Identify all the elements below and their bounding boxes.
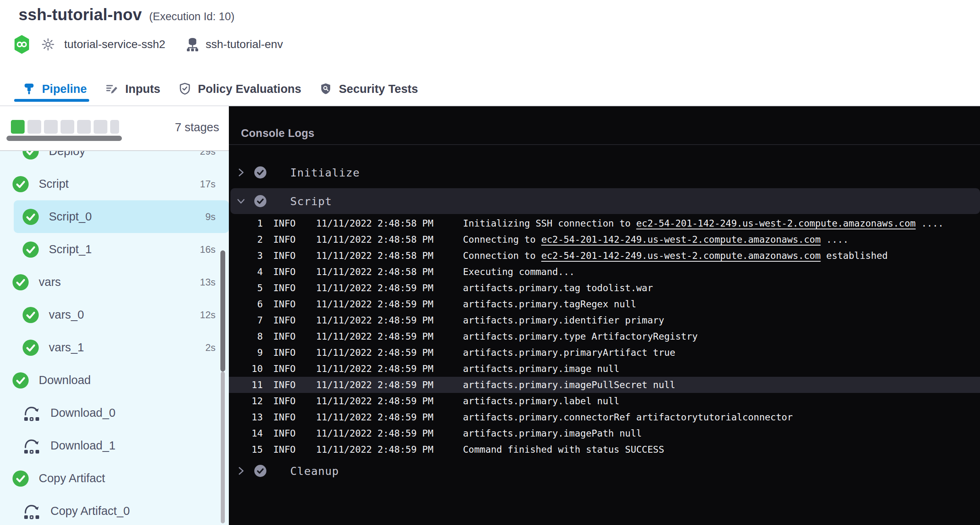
- horizontal-scrollbar[interactable]: [6, 136, 122, 141]
- log-level: INFO: [273, 218, 297, 229]
- stage-row-script-1[interactable]: Script_116s: [0, 233, 229, 266]
- log-level: INFO: [273, 380, 297, 390]
- progress-square: [110, 120, 119, 134]
- log-message: Executing command...: [463, 267, 575, 277]
- log-line-6: 6INFO11/11/2022 2:48:59 PMartifacts.prim…: [229, 296, 980, 312]
- stage-row-download[interactable]: Download: [0, 364, 229, 397]
- stage-row-script[interactable]: Script17s: [0, 168, 229, 200]
- success-check-icon: [12, 274, 29, 291]
- log-host-link[interactable]: ec2-54-201-142-249.us-west-2.compute.ama…: [541, 234, 821, 245]
- log-line-number: 10: [229, 363, 263, 374]
- stage-progress-header: 7 stages: [0, 106, 229, 151]
- chevron-right-icon[interactable]: [236, 167, 246, 178]
- stage-progress-squares: [11, 120, 119, 134]
- log-timestamp: 11/11/2022 2:48:58 PM: [316, 267, 434, 277]
- log-level: INFO: [273, 250, 297, 261]
- stage-label: Script: [39, 177, 69, 191]
- log-line-number: 9: [229, 347, 263, 358]
- success-badge-icon: [253, 194, 268, 208]
- log-line-number: 8: [229, 331, 263, 342]
- service-name: tutorial-service-ssh2: [64, 38, 165, 51]
- log-timestamp: 11/11/2022 2:48:59 PM: [316, 428, 434, 439]
- log-line-number: 14: [229, 428, 263, 439]
- stage-row-download-1[interactable]: Download_1: [0, 429, 229, 462]
- stage-row-script-0[interactable]: Script_09s: [14, 200, 229, 233]
- tab-pipeline[interactable]: Pipeline: [23, 82, 87, 96]
- log-line-8: 8INFO11/11/2022 2:48:59 PMartifacts.prim…: [229, 328, 980, 344]
- stage-row-download-0[interactable]: Download_0: [0, 397, 229, 429]
- log-timestamp: 11/11/2022 2:48:59 PM: [316, 299, 434, 309]
- log-level: INFO: [273, 428, 297, 439]
- log-host-link[interactable]: ec2-54-201-142-249.us-west-2.compute.ama…: [541, 250, 821, 261]
- sidebar-scrollbar-thumb[interactable]: [220, 250, 225, 372]
- stage-duration: 29s: [200, 151, 229, 157]
- log-section-initialize[interactable]: Initialize: [229, 160, 980, 185]
- log-line-11: 11INFO11/11/2022 2:48:59 PMartifacts.pri…: [229, 377, 980, 393]
- environment-icon: [186, 37, 199, 52]
- success-check-icon: [12, 176, 29, 193]
- console-panel: Console Logs Initialize Script: [229, 106, 980, 525]
- rollback-icon: [22, 437, 41, 454]
- tab-label: Policy Evaluations: [198, 82, 301, 96]
- stage-label: Script_0: [49, 210, 92, 223]
- log-level: INFO: [273, 267, 297, 277]
- log-line-number: 5: [229, 283, 263, 293]
- log-message: artifacts.primary.type ArtifactoryRegist…: [463, 331, 698, 342]
- log-line-number: 2: [229, 234, 263, 245]
- chevron-right-icon[interactable]: [236, 466, 246, 476]
- log-line-13: 13INFO11/11/2022 2:48:59 PMartifacts.pri…: [229, 409, 980, 425]
- log-line-2: 2INFO11/11/2022 2:48:58 PMConnecting to …: [229, 231, 980, 248]
- stage-label: Download_1: [50, 439, 115, 452]
- log-timestamp: 11/11/2022 2:48:59 PM: [316, 315, 434, 326]
- log-timestamp: 11/11/2022 2:48:59 PM: [316, 363, 434, 374]
- stage-row-vars-0[interactable]: vars_012s: [0, 298, 229, 331]
- stage-label: Copy Artifact: [39, 472, 105, 485]
- environment-name: ssh-tutorial-env: [206, 38, 283, 51]
- section-label: Script: [290, 195, 332, 208]
- stage-row-vars[interactable]: vars13s: [0, 266, 229, 298]
- success-check-icon: [22, 241, 39, 258]
- log-line-4: 4INFO11/11/2022 2:48:58 PMExecuting comm…: [229, 264, 980, 280]
- log-line-number: 7: [229, 315, 263, 326]
- chevron-down-icon[interactable]: [236, 197, 246, 205]
- log-line-number: 1: [229, 218, 263, 229]
- log-line-5: 5INFO11/11/2022 2:48:59 PMartifacts.prim…: [229, 280, 980, 296]
- log-section-cleanup[interactable]: Cleanup: [229, 458, 980, 484]
- log-level: INFO: [273, 396, 297, 406]
- log-message: artifacts.primary.image null: [463, 363, 620, 374]
- log-timestamp: 11/11/2022 2:48:59 PM: [316, 396, 434, 406]
- log-line-number: 11: [229, 380, 263, 390]
- success-check-icon: [12, 470, 29, 487]
- log-timestamp: 11/11/2022 2:48:58 PM: [316, 218, 434, 229]
- security-shield-scan-icon: [320, 82, 332, 95]
- stage-label: vars: [39, 275, 61, 289]
- execution-id-label: (Execution Id: 10): [149, 10, 235, 23]
- log-section-script[interactable]: Script: [230, 188, 980, 214]
- page-title: ssh-tutorial-nov: [19, 6, 142, 24]
- log-timestamp: 11/11/2022 2:48:58 PM: [316, 250, 434, 261]
- progress-square: [44, 120, 58, 134]
- tab-security-tests[interactable]: Security Tests: [320, 82, 418, 96]
- log-level: INFO: [273, 234, 297, 245]
- log-message: artifacts.primary.imagePath null: [463, 428, 642, 439]
- log-line-14: 14INFO11/11/2022 2:48:59 PMartifacts.pri…: [229, 425, 980, 441]
- log-timestamp: 11/11/2022 2:48:59 PM: [316, 283, 434, 293]
- log-line-15: 15INFO11/11/2022 2:48:59 PMCommand finis…: [229, 441, 980, 458]
- log-timestamp: 11/11/2022 2:48:59 PM: [316, 380, 434, 390]
- log-level: INFO: [273, 444, 297, 455]
- stage-row-deploy[interactable]: Deploy29s: [0, 151, 229, 168]
- console-header: Console Logs: [229, 106, 980, 145]
- stage-row-copy-artifact-0[interactable]: Copy Artifact_0: [0, 495, 229, 525]
- stage-duration: 2s: [205, 342, 229, 353]
- stage-row-copy-artifact[interactable]: Copy Artifact: [0, 462, 229, 495]
- tab-policy-evaluations[interactable]: Policy Evaluations: [179, 82, 301, 96]
- log-message: artifacts.primary.label null: [463, 396, 620, 406]
- log-timestamp: 11/11/2022 2:48:59 PM: [316, 412, 434, 422]
- log-line-7: 7INFO11/11/2022 2:48:59 PMartifacts.prim…: [229, 312, 980, 328]
- log-host-link[interactable]: ec2-54-201-142-249.us-west-2.compute.ama…: [636, 218, 915, 229]
- stage-row-vars-1[interactable]: vars_12s: [0, 331, 229, 364]
- sidebar-scrollbar-track[interactable]: [221, 372, 225, 523]
- log-line-3: 3INFO11/11/2022 2:48:58 PMConnection to …: [229, 248, 980, 264]
- tab-inputs[interactable]: Inputs: [105, 82, 160, 96]
- log-timestamp: 11/11/2022 2:48:58 PM: [316, 234, 434, 245]
